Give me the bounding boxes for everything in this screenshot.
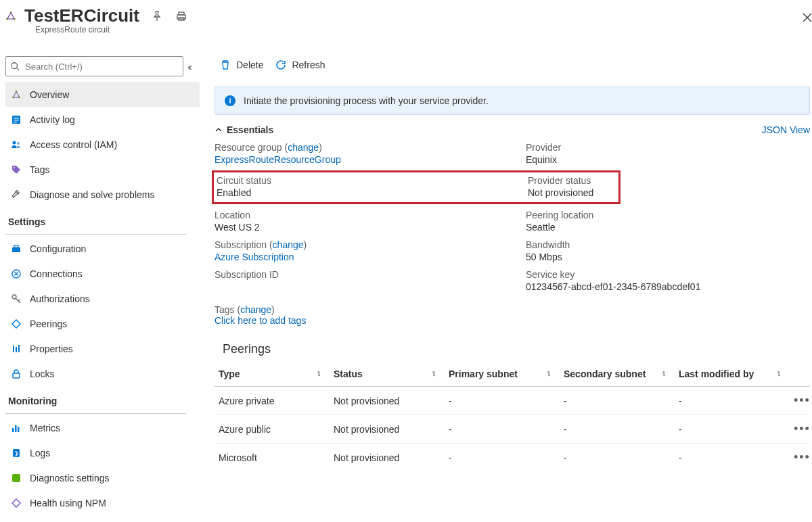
svg-rect-17: [12, 247, 20, 252]
row-menu-icon[interactable]: •••: [790, 415, 810, 444]
service-key-value: 01234567-abcd-ef01-2345-6789abcdef01: [526, 281, 810, 292]
svg-rect-22: [16, 347, 17, 352]
nav-item-tags[interactable]: Tags: [5, 157, 200, 182]
col-secondary[interactable]: Secondary subnet↑↓: [560, 362, 675, 387]
pin-icon[interactable]: [148, 7, 166, 26]
props-icon: [11, 343, 22, 354]
svg-rect-24: [13, 373, 20, 378]
log-icon: [11, 114, 22, 125]
provisioning-notice: i Initiate the provisioning process with…: [215, 87, 810, 115]
col-modified[interactable]: Last modified by↑↓: [675, 362, 790, 387]
svg-rect-25: [12, 428, 14, 432]
service-key-label: Service key: [526, 269, 810, 280]
notice-text: Initiate the provisioning process with y…: [244, 95, 489, 106]
wrench-icon: [11, 189, 22, 200]
nav-item-label: Connections: [30, 268, 83, 279]
nav-item-access-control-iam-[interactable]: Access control (IAM): [5, 132, 200, 157]
nav-item-peerings[interactable]: Peerings: [5, 311, 200, 336]
delete-button[interactable]: Delete: [220, 60, 263, 70]
nav-item-overview[interactable]: Overview: [5, 82, 200, 107]
svg-rect-12: [14, 120, 19, 120]
peering-location-value: Seattle: [526, 222, 810, 233]
refresh-button[interactable]: Refresh: [275, 60, 325, 70]
nav-item-label: Diagnostic settings: [30, 473, 110, 483]
svg-text:❯: ❯: [14, 450, 19, 456]
info-icon: i: [225, 95, 235, 106]
health-icon: [11, 498, 22, 508]
nav-item-label: Diagnose and solve problems: [30, 189, 154, 200]
nav-item-configuration[interactable]: Configuration: [5, 236, 200, 261]
logo-icon: [11, 89, 22, 100]
svg-point-6: [12, 63, 18, 69]
print-icon[interactable]: [172, 7, 191, 26]
circuit-status-value: Enabled: [217, 187, 525, 198]
nav-item-label: Health using NPM: [30, 498, 106, 508]
cell-primary: -: [445, 387, 560, 415]
peerings-table: Type↑↓ Status↑↓ Primary subnet↑↓ Seconda…: [215, 362, 810, 471]
search-input[interactable]: [24, 61, 179, 72]
cell-secondary: -: [560, 415, 675, 444]
nav-item-health-using-npm[interactable]: Health using NPM: [5, 490, 200, 515]
collapse-sidebar-icon[interactable]: ‹‹: [189, 61, 196, 72]
cell-primary: -: [445, 444, 560, 472]
nav-item-diagnostic-settings[interactable]: Diagnostic settings: [5, 465, 200, 490]
nav-item-label: Configuration: [30, 243, 86, 254]
lock-icon: [11, 369, 22, 379]
cell-modified: -: [675, 387, 790, 415]
nav-item-label: Activity log: [30, 114, 75, 125]
row-menu-icon[interactable]: •••: [790, 444, 810, 472]
bandwidth-value: 50 Mbps: [526, 252, 810, 262]
nav-item-authorizations[interactable]: Authorizations: [5, 286, 200, 311]
cell-status: Not provisioned: [330, 444, 445, 472]
diag-icon: [11, 473, 22, 483]
subscription-label: Subscription: [215, 239, 267, 250]
nav-item-label: Overview: [30, 89, 69, 100]
peer-icon: [11, 318, 22, 329]
resource-group-value[interactable]: ExpressRouteResourceGroup: [215, 154, 526, 165]
add-tags-link[interactable]: Click here to add tags: [215, 315, 306, 326]
svg-rect-26: [15, 425, 17, 432]
tags-label: Tags: [215, 304, 235, 315]
nav-section-monitoring: Monitoring: [5, 386, 200, 410]
row-menu-icon[interactable]: •••: [790, 387, 810, 415]
nav-item-locks[interactable]: Locks: [5, 361, 200, 386]
json-view-link[interactable]: JSON View: [762, 124, 810, 135]
svg-rect-18: [14, 245, 18, 247]
search-input-wrapper[interactable]: [5, 56, 183, 76]
svg-point-14: [13, 141, 16, 144]
essentials-label: Essentials: [227, 124, 273, 135]
peerings-row[interactable]: MicrosoftNot provisioned---•••: [215, 444, 810, 472]
subscription-value[interactable]: Azure Subscription: [215, 252, 526, 262]
nav-item-label: Metrics: [30, 423, 60, 433]
delete-label: Delete: [236, 60, 263, 70]
nav-item-activity-log[interactable]: Activity log: [5, 107, 200, 132]
nav-item-logs[interactable]: ❯Logs: [5, 440, 200, 465]
subscription-change[interactable]: change: [273, 239, 304, 250]
nav-item-diagnose-and-solve-problems[interactable]: Diagnose and solve problems: [5, 182, 200, 207]
col-primary[interactable]: Primary subnet↑↓: [445, 362, 560, 387]
nav-item-properties[interactable]: Properties: [5, 336, 200, 361]
bandwidth-label: Bandwidth: [526, 239, 810, 250]
page-title: TestERCircuit: [24, 5, 139, 26]
nav-item-label: Access control (IAM): [30, 139, 117, 150]
provider-status-label: Provider status: [528, 175, 618, 186]
tags-change[interactable]: change: [240, 304, 271, 315]
nav-item-metrics[interactable]: Metrics: [5, 415, 200, 440]
peerings-row[interactable]: Azure privateNot provisioned---•••: [215, 387, 810, 415]
essentials-toggle[interactable]: Essentials: [215, 124, 273, 135]
resource-group-change[interactable]: change: [288, 142, 319, 153]
refresh-label: Refresh: [292, 60, 325, 70]
nav-item-connections[interactable]: Connections: [5, 261, 200, 286]
col-status[interactable]: Status↑↓: [330, 362, 445, 387]
nav-item-label: Authorizations: [30, 293, 90, 304]
col-type[interactable]: Type↑↓: [215, 362, 330, 387]
logo-icon: [5, 11, 16, 22]
peerings-row[interactable]: Azure publicNot provisioned---•••: [215, 415, 810, 444]
chevron-up-icon: [215, 126, 223, 134]
svg-rect-11: [14, 118, 19, 118]
circle-x-icon: [11, 268, 22, 279]
cell-modified: -: [675, 415, 790, 444]
peering-location-label: Peering location: [526, 210, 810, 220]
close-icon[interactable]: [802, 12, 812, 25]
provider-label: Provider: [526, 142, 810, 153]
